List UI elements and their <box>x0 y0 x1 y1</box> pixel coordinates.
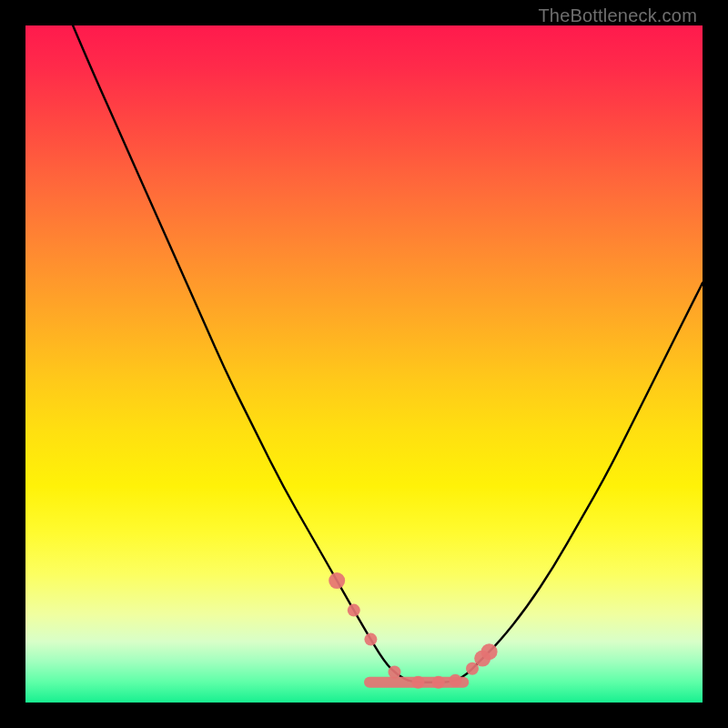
valley-marker <box>432 676 445 689</box>
valley-marker <box>449 674 461 687</box>
valley-marker <box>364 633 377 646</box>
valley-marker <box>412 676 425 689</box>
valley-marker <box>348 604 360 617</box>
valley-marker <box>329 572 345 589</box>
bottleneck-curve <box>73 25 703 682</box>
plot-area <box>25 25 703 703</box>
watermark-text: TheBottleneck.com <box>538 5 697 26</box>
curve-layer <box>25 25 703 703</box>
chart-frame: TheBottleneck.com <box>0 0 728 728</box>
valley-marker <box>389 666 401 679</box>
valley-marker <box>481 643 498 660</box>
